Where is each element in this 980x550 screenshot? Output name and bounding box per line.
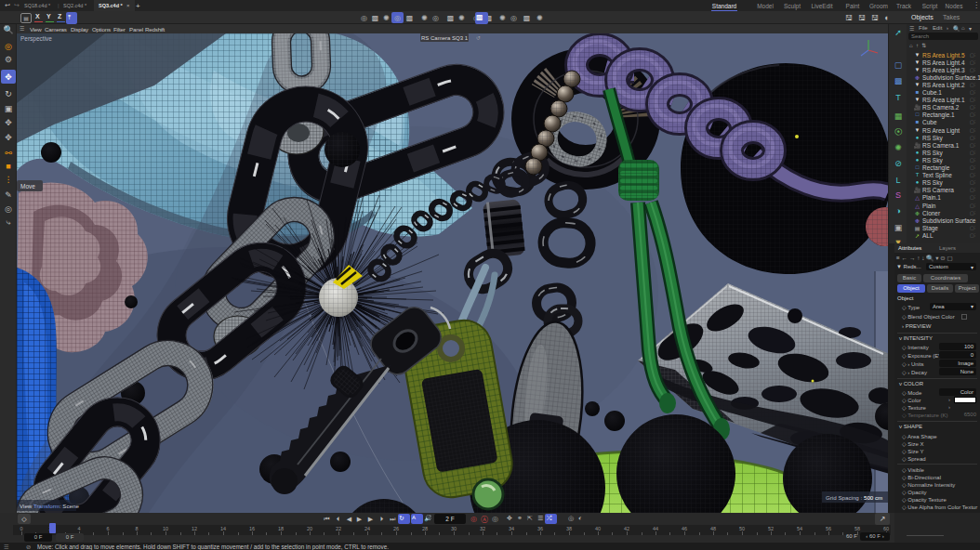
svg-text:View Transform: Scene: View Transform: Scene xyxy=(20,503,79,509)
svg-text:Perspective: Perspective xyxy=(20,35,52,43)
svg-text:Grid Spacing : 500 cm: Grid Spacing : 500 cm xyxy=(826,494,882,501)
svg-text:RS Camera SQ3 1: RS Camera SQ3 1 xyxy=(421,35,469,41)
svg-text:Move: Move xyxy=(20,183,35,190)
svg-text:↺: ↺ xyxy=(476,35,481,41)
